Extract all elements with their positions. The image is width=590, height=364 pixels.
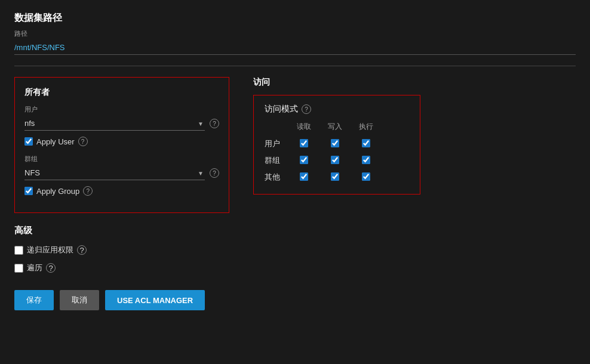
group-label: 群组 — [24, 155, 219, 164]
checkbox-write-0[interactable] — [331, 139, 339, 147]
cell-write-1 — [319, 152, 351, 169]
row-label-1: 群组 — [265, 152, 288, 169]
group-select-wrapper: NFS ▼ — [24, 166, 205, 180]
checkbox-write-2[interactable] — [331, 172, 339, 181]
user-select-wrapper: nfs ▼ — [24, 116, 205, 131]
cell-write-2 — [319, 169, 351, 186]
apply-group-checkbox[interactable] — [24, 187, 33, 195]
recurse-checkbox[interactable] — [14, 246, 23, 255]
recurse-help-icon[interactable]: ? — [77, 245, 87, 255]
access-table-header: 读取 写入 执行 — [265, 122, 382, 135]
access-inner-box: 访问模式 ? 读取 写入 执行 用户群组其他 — [253, 95, 420, 195]
checkbox-read-0[interactable] — [300, 139, 308, 147]
checkbox-execute-1[interactable] — [362, 156, 370, 164]
access-title: 访问 — [253, 77, 576, 88]
traverse-help-icon[interactable]: ? — [46, 263, 56, 273]
header-read: 读取 — [288, 122, 319, 135]
row-label-2: 其他 — [265, 169, 288, 186]
access-table: 读取 写入 执行 用户群组其他 — [265, 122, 382, 186]
apply-group-help-icon[interactable]: ? — [83, 186, 93, 196]
cell-execute-0 — [351, 135, 382, 152]
acl-manager-button[interactable]: USE ACL MANAGER — [105, 290, 205, 310]
access-mode-title: 访问模式 ? — [265, 104, 409, 115]
recurse-label: 递归应用权限 — [27, 245, 73, 255]
cancel-button[interactable]: 取消 — [60, 290, 99, 310]
divider — [14, 66, 576, 66]
user-select-row: nfs ▼ ? — [24, 116, 219, 131]
access-mode-label: 访问模式 — [265, 104, 298, 115]
checkbox-write-1[interactable] — [331, 156, 339, 164]
button-row: 保存 取消 USE ACL MANAGER — [14, 290, 576, 310]
table-row: 群组 — [265, 152, 382, 169]
apply-user-checkbox[interactable] — [24, 137, 33, 146]
cell-read-0 — [288, 135, 319, 152]
user-select[interactable]: nfs — [24, 116, 205, 131]
advanced-section: 高级 递归应用权限 ? 遍历 ? — [14, 225, 576, 273]
user-label: 用户 — [24, 105, 219, 114]
header-write: 写入 — [319, 122, 351, 135]
cell-read-2 — [288, 169, 319, 186]
checkbox-read-2[interactable] — [300, 172, 308, 181]
path-value: /mnt/NFS/NFS — [14, 41, 576, 55]
cell-execute-1 — [351, 152, 382, 169]
traverse-row: 遍历 ? — [14, 263, 576, 273]
traverse-label: 遍历 — [27, 263, 42, 273]
table-row: 用户 — [265, 135, 382, 152]
cell-execute-2 — [351, 169, 382, 186]
row-label-0: 用户 — [265, 135, 288, 152]
header-execute: 执行 — [351, 122, 382, 135]
group-select[interactable]: NFS — [24, 166, 205, 180]
owner-box: 所有者 用户 nfs ▼ ? Apply User ? 群组 NFS — [14, 77, 229, 213]
access-box: 访问 访问模式 ? 读取 写入 执行 用户群组其他 — [253, 77, 576, 213]
apply-user-help-icon[interactable]: ? — [78, 137, 88, 146]
cell-read-1 — [288, 152, 319, 169]
apply-group-label: Apply Group — [36, 187, 79, 196]
apply-user-row: Apply User ? — [24, 137, 219, 146]
save-button[interactable]: 保存 — [14, 290, 54, 310]
table-row: 其他 — [265, 169, 382, 186]
owner-title: 所有者 — [24, 87, 219, 98]
group-help-icon[interactable]: ? — [210, 168, 219, 178]
dataset-path-section: 数据集路径 路径 /mnt/NFS/NFS — [14, 12, 576, 55]
dataset-path-title: 数据集路径 — [14, 12, 576, 24]
group-select-row: NFS ▼ ? — [24, 166, 219, 180]
main-columns: 所有者 用户 nfs ▼ ? Apply User ? 群组 NFS — [14, 77, 576, 213]
checkbox-execute-0[interactable] — [362, 139, 370, 147]
apply-user-label: Apply User — [36, 137, 75, 146]
checkbox-read-1[interactable] — [300, 156, 308, 164]
access-mode-help-icon[interactable]: ? — [302, 104, 311, 114]
checkbox-execute-2[interactable] — [362, 172, 370, 181]
apply-group-row: Apply Group ? — [24, 186, 219, 196]
advanced-title: 高级 — [14, 225, 576, 236]
header-row-type — [265, 122, 288, 135]
path-label: 路径 — [14, 29, 576, 38]
recurse-row: 递归应用权限 ? — [14, 245, 576, 255]
cell-write-0 — [319, 135, 351, 152]
traverse-checkbox[interactable] — [14, 264, 23, 273]
user-help-icon[interactable]: ? — [210, 119, 219, 128]
